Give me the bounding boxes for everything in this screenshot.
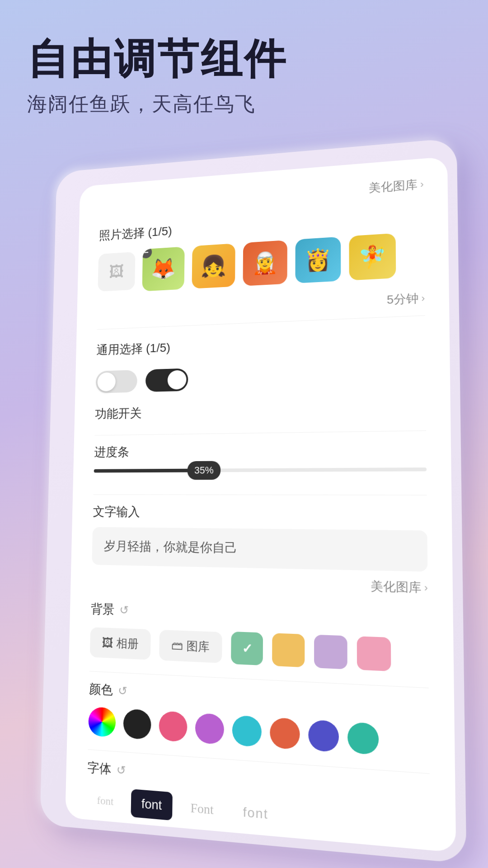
hero-section: 自由调节组件 海阔任鱼跃，天高任鸟飞 <box>27 36 287 118</box>
photo-illustration-2: 👧 <box>192 243 235 288</box>
font-sample-script[interactable]: Font <box>179 793 225 825</box>
color-teal[interactable] <box>347 722 379 755</box>
color-cyan[interactable] <box>232 715 262 747</box>
bg-reset-icon[interactable]: ↺ <box>119 603 129 617</box>
color-section: 颜色 ↺ <box>88 680 430 759</box>
bg-label: 背景 <box>91 600 115 618</box>
timer-row[interactable]: 5分钟 › <box>97 290 425 330</box>
font-reset-icon[interactable]: ↺ <box>116 763 126 778</box>
toggle-on[interactable] <box>145 368 188 392</box>
photo-thumb-1[interactable]: − 🦊 <box>142 246 184 291</box>
color-label: 颜色 <box>89 680 113 699</box>
divider-2 <box>94 494 427 495</box>
photo-row: 🖼 − 🦊 👧 🧝 👸 🧚 <box>98 231 424 294</box>
gallery-button[interactable]: 🗃 图库 <box>159 630 222 663</box>
color-circles <box>88 707 430 759</box>
toggle-off[interactable] <box>95 370 137 393</box>
bg-color-pink[interactable] <box>357 636 391 671</box>
album-label: 相册 <box>116 635 139 652</box>
timer-chevron-icon: › <box>421 292 425 304</box>
timer-text: 5分钟 <box>387 291 418 308</box>
chevron-right-icon: › <box>420 178 424 190</box>
text-input-box[interactable]: 岁月轻描，你就是你自己 <box>92 527 427 572</box>
toggle-off-thumb <box>97 372 116 392</box>
general-section-row: 通用选择 (1/5) <box>96 330 426 367</box>
divider-1 <box>94 430 426 435</box>
bg-color-purple[interactable] <box>314 635 347 670</box>
photo-thumb-4[interactable]: 👸 <box>295 236 341 283</box>
photo-illustration-3: 🧝 <box>243 240 287 286</box>
hero-subtitle: 海阔任鱼跃，天高任鸟飞 <box>27 91 287 118</box>
toggle-group <box>95 361 426 393</box>
album-button[interactable]: 🖼 相册 <box>90 627 151 660</box>
photo-thumb-5[interactable]: 🧚 <box>349 233 396 281</box>
general-section-label: 通用选择 (1/5) <box>96 340 170 359</box>
bg-color-yellow[interactable] <box>272 633 305 667</box>
text-beautify-text: 美化图库 <box>371 578 422 596</box>
bg-controls: 🖼 相册 🗃 图库 <box>90 626 429 673</box>
font-section: 字体 ↺ font font Font font <box>86 759 430 844</box>
background-section: 背景 ↺ 🖼 相册 🗃 图库 <box>90 600 429 673</box>
settings-card: 美化图库 › 照片选择 (1/5) 🖼 − 🦊 👧 🧝 <box>65 156 456 853</box>
color-reset-icon[interactable]: ↺ <box>118 684 127 698</box>
toggle-on-thumb <box>168 370 187 389</box>
photo-illustration-5: 🧚 <box>349 233 396 281</box>
color-purple[interactable] <box>195 713 224 745</box>
text-beautify-chevron: › <box>424 581 428 594</box>
phone-mockup: 美化图库 › 照片选择 (1/5) 🖼 − 🦊 👧 🧝 <box>40 138 466 863</box>
progress-value: 35% <box>187 461 221 480</box>
font-label: 字体 <box>87 759 112 778</box>
font-sample-light[interactable]: font <box>232 797 280 830</box>
text-input-label: 文字输入 <box>93 504 427 523</box>
add-photo-button[interactable]: 🖼 <box>98 252 135 292</box>
gallery-icon: 🗃 <box>171 638 183 653</box>
add-image-icon: 🖼 <box>109 263 124 281</box>
color-pink-red[interactable] <box>159 711 187 742</box>
text-beautify-link[interactable]: 美化图库 › <box>91 572 428 596</box>
bg-section-header: 背景 ↺ <box>91 600 428 629</box>
photo-thumb-3[interactable]: 🧝 <box>243 240 287 286</box>
gallery-label: 图库 <box>186 638 209 655</box>
color-wheel[interactable] <box>88 707 116 737</box>
font-sample-sans[interactable]: font <box>131 789 173 821</box>
progress-thumb[interactable]: 35% <box>187 461 221 480</box>
progress-label: 进度条 <box>94 440 427 461</box>
album-icon: 🖼 <box>102 636 113 650</box>
color-blue[interactable] <box>308 720 339 753</box>
color-orange[interactable] <box>270 717 300 750</box>
bg-color-green[interactable] <box>231 632 263 665</box>
hero-title: 自由调节组件 <box>27 36 287 82</box>
beautify-link-text: 美化图库 <box>369 177 418 196</box>
photo-illustration-4: 👸 <box>295 236 341 283</box>
font-sample-serif[interactable]: font <box>86 787 124 815</box>
color-black[interactable] <box>123 709 151 740</box>
progress-track[interactable]: 35% <box>94 467 427 472</box>
photo-thumb-2[interactable]: 👧 <box>192 243 235 288</box>
func-label: 功能开关 <box>95 399 426 422</box>
